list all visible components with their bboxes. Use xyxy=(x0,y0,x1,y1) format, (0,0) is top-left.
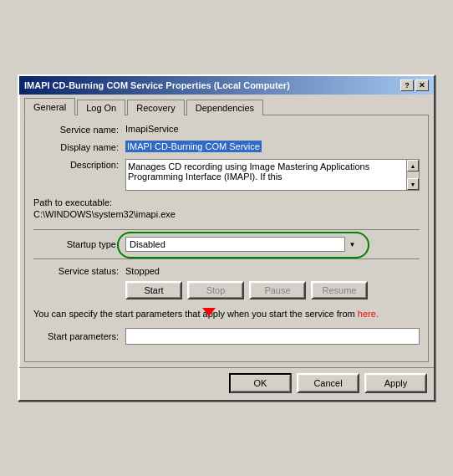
info-text-1: You can specify the start parameters tha… xyxy=(33,309,355,319)
stop-button[interactable]: Stop xyxy=(187,281,244,299)
service-status-value: Stopped xyxy=(125,266,160,276)
cancel-button[interactable]: Cancel xyxy=(297,373,359,393)
tab-logon[interactable]: Log On xyxy=(77,100,125,115)
tab-general[interactable]: General xyxy=(24,98,75,115)
service-name-row: Service name: ImapiService xyxy=(33,124,420,135)
window-title: IMAPI CD-Burning COM Service Properties … xyxy=(24,80,290,90)
divider-1 xyxy=(33,229,420,230)
service-status-label: Service status: xyxy=(33,266,125,276)
tab-dependencies[interactable]: Dependencies xyxy=(186,100,263,115)
resume-button[interactable]: Resume xyxy=(311,281,368,299)
start-params-label: Start parameters: xyxy=(33,331,125,341)
tab-content: Service name: ImapiService Display name:… xyxy=(24,115,429,361)
path-value: C:\WINDOWS\system32\imapi.exe xyxy=(33,209,176,219)
bottom-buttons: OK Cancel Apply xyxy=(19,367,434,400)
close-button[interactable]: ✕ xyxy=(415,79,429,91)
display-name-row: Display name: IMAPI CD-Burning COM Servi… xyxy=(33,141,420,152)
display-name-selected: IMAPI CD-Burning COM Service xyxy=(125,141,262,152)
divider-2 xyxy=(33,258,420,259)
description-label: Description: xyxy=(33,159,125,170)
description-scrollbar[interactable]: ▲ ▼ xyxy=(406,159,420,191)
info-text: You can specify the start parameters tha… xyxy=(33,308,420,320)
path-label: Path to executable: xyxy=(33,197,112,207)
start-params-input[interactable] xyxy=(125,328,420,345)
ok-button[interactable]: OK xyxy=(229,373,292,393)
display-name-label: Display name: xyxy=(33,141,125,152)
path-row: Path to executable: C:\WINDOWS\system32\… xyxy=(33,197,420,223)
content-area: General Log On Recovery Dependencies Ser… xyxy=(19,95,434,366)
service-status-row: Service status: Stopped xyxy=(33,266,420,276)
description-value: Manages CD recording using Image Masteri… xyxy=(125,159,406,191)
description-box: Manages CD recording using Image Masteri… xyxy=(125,159,420,191)
info-section: You can specify the start parameters tha… xyxy=(33,308,420,320)
pause-button[interactable]: Pause xyxy=(249,281,306,299)
tabs-bar: General Log On Recovery Dependencies xyxy=(24,100,429,115)
startup-type-select[interactable]: AutomaticManualDisabled xyxy=(125,237,359,252)
startup-dropdown-wrapper: AutomaticManualDisabled ▼ xyxy=(125,237,359,252)
display-name-value: IMAPI CD-Burning COM Service xyxy=(125,141,420,151)
tab-recovery[interactable]: Recovery xyxy=(127,100,184,115)
description-row: Description: Manages CD recording using … xyxy=(33,159,420,191)
info-text-2: here. xyxy=(358,309,379,319)
title-bar: IMAPI CD-Burning COM Service Properties … xyxy=(19,76,434,95)
start-params-row: Start parameters: xyxy=(33,328,420,345)
apply-button[interactable]: Apply xyxy=(364,373,427,393)
startup-type-label: Startup type: xyxy=(33,239,125,249)
main-window: IMAPI CD-Burning COM Service Properties … xyxy=(18,74,435,401)
scroll-down-btn[interactable]: ▼ xyxy=(407,178,419,190)
service-name-label: Service name: xyxy=(33,124,125,135)
service-control-buttons: Start Stop Pause Resume xyxy=(33,281,420,299)
title-bar-buttons: ? ✕ xyxy=(400,79,429,91)
dropdown-arrow-icon: ▼ xyxy=(344,237,359,252)
scroll-up-btn[interactable]: ▲ xyxy=(407,160,419,171)
start-button[interactable]: Start xyxy=(125,281,182,299)
service-name-value: ImapiService xyxy=(125,124,420,134)
startup-row: Startup type: AutomaticManualDisabled ▼ xyxy=(33,237,420,252)
help-button[interactable]: ? xyxy=(400,79,414,91)
